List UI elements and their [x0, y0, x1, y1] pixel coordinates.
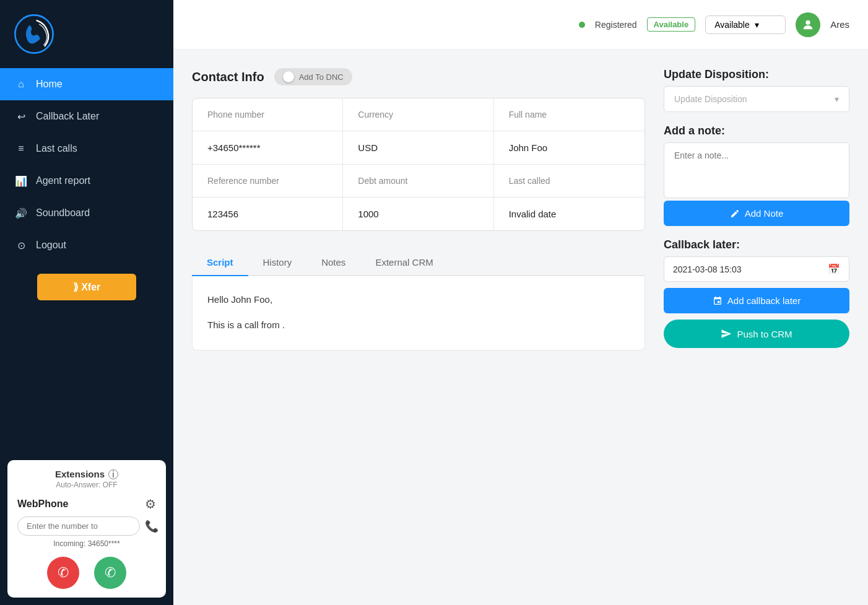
- hangup-button[interactable]: ✆: [47, 557, 79, 589]
- push-icon: [721, 328, 732, 339]
- table-data-row-2: 123456 1000 Invalid date: [193, 198, 644, 230]
- topbar: Registered Available Available ▾ Ares: [173, 0, 868, 50]
- table-data-row-1: +34650****** USD John Foo: [193, 131, 644, 165]
- add-callback-button[interactable]: Add callback later: [664, 288, 849, 313]
- callback-icon: ↩: [15, 110, 27, 123]
- chevron-down-icon-2: ▾: [835, 94, 839, 104]
- tabs-container: Script History Notes External CRM Hello …: [192, 243, 645, 350]
- logo-icon: [12, 12, 56, 56]
- cell-debt: 1000: [343, 198, 493, 230]
- add-callback-label: Add callback later: [727, 295, 801, 306]
- sidebar: ⌂ Home ↩ Callback Later ≡ Last calls 📊 A…: [0, 0, 173, 605]
- tab-script[interactable]: Script: [192, 250, 248, 276]
- datetime-value: 2021-03-08 15:03: [673, 264, 742, 274]
- table-header-row-1: Phone number Currency Full name: [193, 98, 644, 131]
- add-note-button-label: Add Note: [745, 208, 784, 219]
- cell-refnum: 123456: [193, 198, 343, 230]
- datetime-input[interactable]: 2021-03-08 15:03 📅: [664, 256, 849, 282]
- chevron-down-icon: ▾: [755, 20, 759, 30]
- cell-lastcalled: Invalid date: [494, 198, 644, 230]
- sidebar-item-last-calls[interactable]: ≡ Last calls: [0, 133, 173, 165]
- note-textarea[interactable]: [664, 142, 849, 198]
- cell-currency: USD: [343, 131, 493, 164]
- tab-notes[interactable]: Notes: [306, 250, 360, 276]
- cell-fullname: John Foo: [494, 131, 644, 164]
- add-note-button[interactable]: Add Note: [664, 201, 849, 226]
- answer-button[interactable]: ✆: [94, 557, 126, 589]
- contact-table: Phone number Currency Full name +34650**…: [192, 98, 645, 231]
- sidebar-nav: ⌂ Home ↩ Callback Later ≡ Last calls 📊 A…: [0, 68, 173, 460]
- available-badge: Available: [647, 17, 696, 32]
- bar-chart-icon: 📊: [15, 175, 27, 187]
- contact-info-header: Contact Info Add To DNC: [192, 68, 645, 85]
- tabs-bar: Script History Notes External CRM: [192, 250, 645, 276]
- registered-dot: [579, 22, 585, 28]
- extensions-title: Extensions i: [17, 469, 156, 479]
- add-note-title: Add a note:: [664, 124, 849, 137]
- status-current: Available: [714, 20, 750, 30]
- extensions-box: Extensions i Auto-Answer: OFF WebPhone ⚙…: [7, 460, 166, 598]
- xfer-button[interactable]: ⟫ Xfer: [37, 274, 136, 300]
- script-line-1: Hello John Foo,: [207, 291, 630, 308]
- disposition-dropdown[interactable]: Update Disposition ▾: [664, 86, 849, 112]
- dialpad-icon: 📞: [145, 520, 158, 533]
- col-phone-header: Phone number: [193, 98, 343, 131]
- dnc-toggle[interactable]: Add To DNC: [274, 68, 352, 85]
- push-crm-label: Push to CRM: [737, 329, 792, 339]
- webphone-label: WebPhone: [17, 498, 68, 510]
- sidebar-item-logout-label: Logout: [36, 240, 66, 251]
- gear-icon[interactable]: ⚙: [145, 497, 156, 511]
- disposition-title: Update Disposition:: [664, 68, 849, 81]
- sidebar-item-agent-report[interactable]: 📊 Agent report: [0, 165, 173, 197]
- col-lastcalled-header: Last called: [494, 165, 644, 197]
- sidebar-item-agent-report-label: Agent report: [36, 175, 90, 186]
- home-icon: ⌂: [15, 78, 27, 90]
- svg-point-0: [15, 15, 53, 53]
- sidebar-item-soundboard-label: Soundboard: [36, 207, 90, 219]
- dnc-label: Add To DNC: [299, 72, 344, 82]
- disposition-placeholder: Update Disposition: [674, 94, 747, 104]
- table-header-row-2: Reference number Debt amount Last called: [193, 165, 644, 198]
- toggle-circle: [283, 71, 294, 82]
- user-avatar: [796, 12, 820, 37]
- callback-title: Callback later:: [664, 238, 849, 251]
- tab-history[interactable]: History: [248, 250, 307, 276]
- main-content: Registered Available Available ▾ Ares Co…: [173, 0, 868, 605]
- contact-info-title: Contact Info: [192, 70, 264, 84]
- add-note-section: Add a note: Add Note: [664, 124, 849, 226]
- sidebar-item-logout[interactable]: ⊙ Logout: [0, 229, 173, 261]
- auto-answer-label: Auto-Answer: OFF: [17, 481, 156, 489]
- right-panel: Update Disposition: Update Disposition ▾…: [664, 68, 849, 586]
- disposition-section: Update Disposition: Update Disposition ▾: [664, 68, 849, 112]
- script-line-2: This is a call from .: [207, 316, 630, 333]
- svg-point-1: [805, 20, 810, 24]
- info-icon: i: [108, 469, 118, 479]
- left-panel: Contact Info Add To DNC Phone number Cur…: [192, 68, 645, 586]
- sidebar-item-last-calls-label: Last calls: [36, 143, 77, 154]
- phone-number-input[interactable]: [17, 516, 140, 536]
- push-crm-button[interactable]: Push to CRM: [664, 320, 849, 348]
- logout-icon: ⊙: [15, 239, 27, 251]
- status-dropdown[interactable]: Available ▾: [705, 15, 786, 34]
- sidebar-item-callback-label: Callback Later: [36, 111, 99, 122]
- col-refnum-header: Reference number: [193, 165, 343, 197]
- sidebar-item-callback-later[interactable]: ↩ Callback Later: [0, 100, 173, 133]
- col-debt-header: Debt amount: [343, 165, 493, 197]
- sidebar-item-home[interactable]: ⌂ Home: [0, 68, 173, 100]
- pencil-icon: [730, 209, 740, 219]
- incoming-text: Incoming: 34650****: [17, 539, 156, 548]
- cell-phone: +34650******: [193, 131, 343, 164]
- col-fullname-header: Full name: [494, 98, 644, 131]
- calendar-add-icon: [713, 296, 723, 306]
- content-area: Contact Info Add To DNC Phone number Cur…: [173, 50, 868, 605]
- user-name: Ares: [830, 19, 849, 30]
- list-icon: ≡: [15, 142, 27, 155]
- sidebar-item-soundboard[interactable]: 🔊 Soundboard: [0, 197, 173, 229]
- col-currency-header: Currency: [343, 98, 493, 131]
- logo-area: [0, 0, 173, 68]
- tab-external-crm[interactable]: External CRM: [360, 250, 448, 276]
- script-content-area: Hello John Foo, This is a call from .: [192, 276, 645, 350]
- sidebar-item-home-label: Home: [36, 79, 63, 90]
- sound-icon: 🔊: [15, 207, 27, 219]
- callback-section: Callback later: 2021-03-08 15:03 📅 Add c…: [664, 238, 849, 348]
